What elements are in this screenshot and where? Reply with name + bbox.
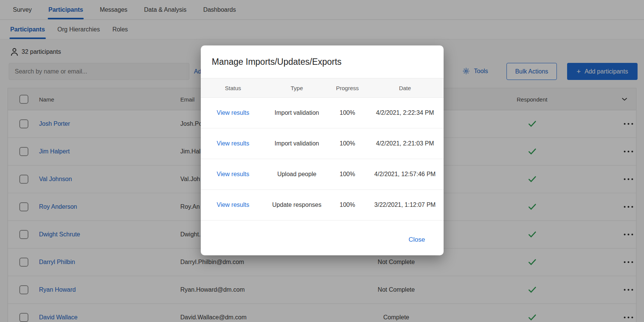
view-results-link[interactable]: View results [201, 202, 265, 208]
modal-title: Manage Imports/Updates/Exports [212, 45, 342, 78]
import-row: View results Update responses 100% 3/22/… [201, 190, 444, 220]
modal-footer: Close [201, 224, 444, 255]
close-button[interactable]: Close [409, 236, 425, 244]
import-progress: 100% [328, 140, 366, 147]
import-row: View results Import validation 100% 4/2/… [201, 128, 444, 159]
import-type: Import validation [265, 109, 328, 116]
import-type: Update responses [265, 202, 328, 208]
import-type: Import validation [265, 140, 328, 147]
view-results-link[interactable]: View results [201, 140, 265, 147]
import-progress: 100% [328, 202, 366, 208]
modal-column-progress: Progress [328, 85, 366, 91]
manage-imports-modal: Manage Imports/Updates/Exports Status Ty… [201, 45, 444, 255]
modal-column-date: Date [366, 85, 444, 91]
import-date: 3/22/2021, 1:12:07 PM [366, 202, 444, 208]
import-type: Upload people [265, 171, 328, 178]
import-row: View results Import validation 100% 4/2/… [201, 98, 444, 128]
import-progress: 100% [328, 109, 366, 116]
modal-table-header: Status Type Progress Date [201, 78, 444, 98]
import-progress: 100% [328, 171, 366, 178]
import-date: 4/2/2021, 12:57:46 PM [366, 171, 444, 178]
modal-column-status: Status [201, 85, 265, 91]
import-date: 4/2/2021, 2:21:03 PM [366, 140, 444, 147]
view-results-link[interactable]: View results [201, 171, 265, 178]
import-date: 4/2/2021, 2:22:34 PM [366, 109, 444, 116]
import-row: View results Upload people 100% 4/2/2021… [201, 159, 444, 190]
view-results-link[interactable]: View results [201, 109, 265, 116]
modal-column-type: Type [265, 85, 328, 91]
